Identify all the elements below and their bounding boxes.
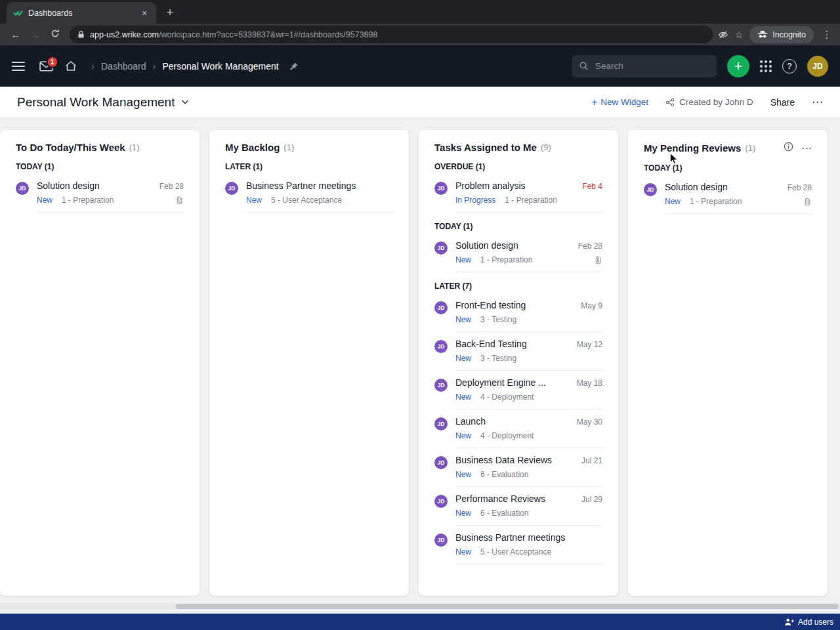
share-nodes-icon (665, 98, 675, 107)
assignee-avatar: JD (16, 182, 29, 195)
browser-tab-strip: Dashboards × + (0, 0, 840, 24)
task-title: Solution design (665, 182, 788, 192)
task-status[interactable]: New (455, 431, 471, 440)
hamburger-menu-icon[interactable] (12, 62, 25, 71)
task-row[interactable]: JDSolution designFeb 28New1 - Preparatio… (644, 175, 812, 214)
task-status[interactable]: In Progress (455, 196, 495, 205)
task-line-1: Solution designFeb 28 (455, 240, 602, 251)
task-row[interactable]: JDPerformance ReviewsJul 29New6 - Evalua… (434, 487, 602, 526)
task-content: Solution designFeb 28New1 - Preparation (455, 240, 602, 272)
task-row[interactable]: JDBusiness Partner meetingsNew5 - User A… (434, 526, 602, 564)
pin-icon[interactable] (289, 62, 299, 71)
toolbar-right: ☆ Incognito ⋮ (718, 26, 833, 43)
incognito-label: Incognito (772, 30, 806, 39)
new-widget-button[interactable]: + New Widget (591, 96, 648, 108)
eye-blocked-icon[interactable] (718, 30, 728, 40)
task-title: Back-End Testing (455, 339, 577, 349)
task-due-date: Feb 28 (788, 183, 812, 192)
breadcrumb-dashboard[interactable]: Dashboard (101, 61, 146, 72)
task-line-1: Performance ReviewsJul 29 (455, 494, 602, 504)
widget-to-do-today-this-week: To Do Today/This Week(1)TODAY (1)JDSolut… (0, 130, 200, 596)
task-stage: 1 - Preparation (62, 196, 114, 205)
chevron-right-icon: › (153, 60, 156, 72)
bookmark-star-icon[interactable]: ☆ (735, 30, 744, 40)
task-stage: 3 - Testing (480, 315, 516, 324)
widget-header: Tasks Assigned to Me(9) (434, 142, 602, 153)
task-status[interactable]: New (246, 196, 262, 205)
task-status[interactable]: New (455, 509, 471, 518)
browser-tab-dashboards[interactable]: Dashboards × (7, 2, 156, 24)
section-label: TODAY (1) (644, 163, 812, 173)
task-stage: 5 - User Acceptance (271, 196, 342, 205)
task-due-date: May 9 (581, 301, 602, 310)
more-options-icon[interactable]: ⋯ (812, 95, 823, 109)
task-row[interactable]: JDSolution designFeb 28New1 - Preparatio… (16, 174, 184, 213)
task-row[interactable]: JDFront-End testingMay 9New3 - Testing (434, 293, 602, 332)
task-row[interactable]: JDLaunchMay 30New4 - Deployment (434, 410, 602, 448)
address-bar[interactable]: app-us2.wrike.com/workspace.htm?acc=5339… (70, 26, 713, 43)
task-row[interactable]: JDBusiness Partner meetingsNew5 - User A… (225, 174, 393, 213)
add-users-button[interactable]: Add users (798, 618, 833, 627)
task-status[interactable]: New (37, 196, 52, 205)
task-line-2: In Progress1 - Preparation (455, 195, 602, 205)
task-line-2: New5 - User Acceptance (246, 195, 393, 205)
task-status[interactable]: New (455, 470, 471, 479)
task-content: Business Partner meetingsNew5 - User Acc… (246, 180, 393, 213)
assignee-avatar: JD (225, 182, 238, 195)
reload-icon[interactable] (46, 29, 64, 40)
global-search[interactable] (572, 55, 717, 77)
widget-more-icon[interactable]: ⋯ (801, 143, 812, 154)
inbox-button[interactable]: 1 (39, 61, 53, 72)
task-row[interactable]: JDSolution designFeb 28New1 - Preparatio… (434, 234, 602, 272)
share-button[interactable]: Share (770, 97, 795, 108)
task-title: Solution design (37, 180, 159, 191)
task-line-1: Problem analysisFeb 4 (455, 180, 602, 191)
widget-header: My Pending Reviews(1)⋯ (644, 142, 812, 154)
apps-grid-icon[interactable] (760, 60, 772, 72)
user-avatar[interactable]: JD (807, 56, 828, 77)
task-status[interactable]: New (455, 315, 471, 324)
task-status[interactable]: New (665, 197, 681, 206)
widget-title[interactable]: Tasks Assigned to Me (434, 142, 537, 153)
create-new-button[interactable]: + (727, 55, 749, 77)
task-row[interactable]: JDDeployment Engine ...May 18New4 - Depl… (434, 371, 602, 410)
task-status[interactable]: New (455, 392, 471, 402)
task-line-1: LaunchMay 30 (455, 416, 602, 427)
task-status[interactable]: New (455, 255, 471, 264)
assignee-avatar: JD (434, 534, 448, 547)
task-status[interactable]: New (455, 547, 471, 556)
task-line-2: New6 - Evaluation (455, 508, 602, 518)
page-title: Personal Work Management (17, 95, 175, 110)
search-input[interactable] (594, 60, 699, 72)
task-status[interactable]: New (455, 354, 471, 363)
task-row[interactable]: JDBack-End TestingMay 12New3 - Testing (434, 332, 602, 371)
task-due-date: Feb 28 (159, 182, 184, 191)
info-icon[interactable] (784, 142, 793, 154)
add-user-icon (784, 618, 794, 626)
scrollbar-thumb[interactable] (176, 604, 839, 609)
help-button[interactable]: ? (782, 59, 797, 74)
task-line-1: Deployment Engine ...May 18 (455, 377, 602, 388)
url-host: app-us2.wrike.com (90, 30, 159, 39)
title-chevron-down-icon[interactable] (181, 99, 189, 105)
task-line-2: New6 - Evaluation (455, 469, 602, 479)
breadcrumb-current[interactable]: Personal Work Management (163, 61, 279, 72)
new-tab-button[interactable]: + (160, 3, 180, 22)
task-line-1: Front-End testingMay 9 (455, 300, 602, 310)
widget-title[interactable]: My Backlog (225, 142, 280, 153)
tab-close-icon[interactable]: × (139, 8, 150, 18)
page-header-actions: + New Widget Created by John D Share ⋯ (591, 95, 823, 109)
task-row[interactable]: JDProblem analysisFeb 4In Progress1 - Pr… (434, 174, 602, 213)
widget-title[interactable]: My Pending Reviews (644, 142, 741, 154)
widget-title[interactable]: To Do Today/This Week (16, 142, 125, 153)
home-button[interactable] (65, 60, 77, 72)
inbox-badge: 1 (47, 56, 58, 68)
task-line-2: New3 - Testing (455, 314, 602, 324)
task-content: Solution designFeb 28New1 - Preparation (37, 180, 184, 213)
tab-title: Dashboards (28, 9, 72, 18)
task-row[interactable]: JDBusiness Data ReviewsJul 21New6 - Eval… (434, 448, 602, 487)
browser-menu-icon[interactable]: ⋮ (820, 29, 833, 41)
task-content: Deployment Engine ...May 18New4 - Deploy… (455, 377, 602, 410)
horizontal-scrollbar[interactable] (0, 603, 840, 610)
back-icon[interactable]: ← (7, 29, 25, 40)
